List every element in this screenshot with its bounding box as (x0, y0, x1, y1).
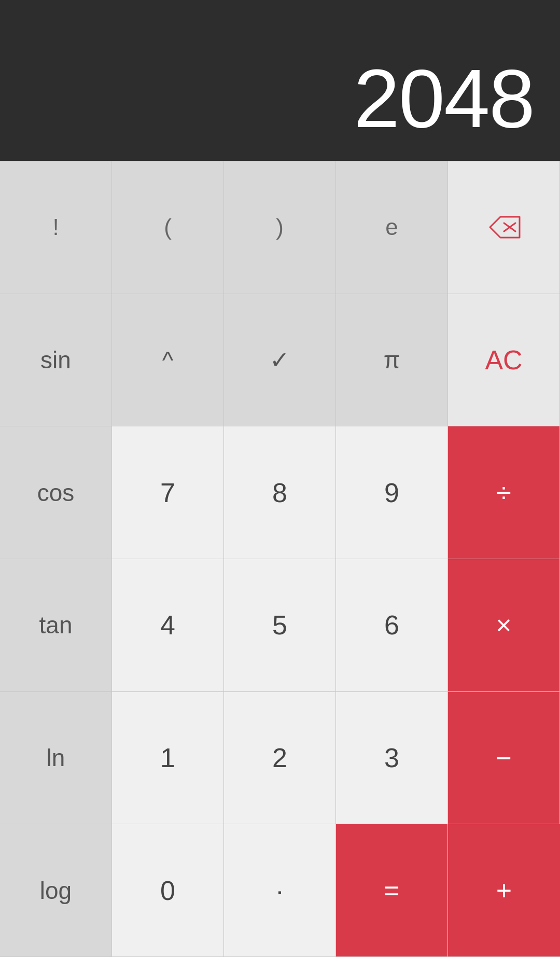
key-5[interactable]: 5 (224, 559, 336, 692)
euler-key[interactable]: e (336, 161, 448, 294)
keypad: ! ( ) e sin ^ ✓ π AC cos 7 8 9 (0, 161, 560, 957)
key-6[interactable]: 6 (336, 559, 448, 692)
divide-key[interactable]: ÷ (448, 426, 560, 559)
euler-label: e (385, 214, 398, 240)
log-label: log (40, 877, 72, 905)
pi-key[interactable]: π (336, 294, 448, 427)
key-9-label: 9 (384, 477, 399, 508)
ac-label: AC (485, 344, 522, 376)
sqrt-label: ✓ (270, 346, 290, 374)
sin-key[interactable]: sin (0, 294, 112, 427)
ac-key[interactable]: AC (448, 294, 560, 427)
open-paren-key[interactable]: ( (112, 161, 224, 294)
equals-label: = (384, 875, 399, 906)
display: 2048 (0, 0, 560, 161)
cos-key[interactable]: cos (0, 426, 112, 559)
key-0[interactable]: 0 (112, 824, 224, 957)
key-6-label: 6 (384, 609, 399, 641)
add-key[interactable]: + (448, 824, 560, 957)
key-9[interactable]: 9 (336, 426, 448, 559)
multiply-key[interactable]: × (448, 559, 560, 692)
backspace-key[interactable] (448, 161, 560, 294)
factorial-key[interactable]: ! (0, 161, 112, 294)
subtract-key[interactable]: − (448, 692, 560, 825)
power-key[interactable]: ^ (112, 294, 224, 427)
close-paren-key[interactable]: ) (224, 161, 336, 294)
tan-key[interactable]: tan (0, 559, 112, 692)
key-3-label: 3 (384, 742, 399, 773)
close-paren-label: ) (276, 214, 284, 240)
key-1-label: 1 (160, 742, 175, 773)
multiply-label: × (496, 609, 511, 641)
open-paren-label: ( (164, 214, 172, 240)
add-label: + (496, 875, 512, 906)
divide-label: ÷ (496, 477, 511, 508)
subtract-label: − (496, 742, 511, 773)
key-7[interactable]: 7 (112, 426, 224, 559)
key-2-label: 2 (272, 742, 287, 773)
key-0-label: 0 (160, 875, 175, 906)
log-key[interactable]: log (0, 824, 112, 957)
key-8-label: 8 (272, 477, 287, 508)
key-7-label: 7 (160, 477, 175, 508)
tan-label: tan (39, 611, 73, 639)
decimal-key[interactable]: · (224, 824, 336, 957)
key-8[interactable]: 8 (224, 426, 336, 559)
decimal-label: · (276, 875, 283, 906)
ln-key[interactable]: ln (0, 692, 112, 825)
key-3[interactable]: 3 (336, 692, 448, 825)
factorial-label: ! (52, 214, 59, 240)
key-4[interactable]: 4 (112, 559, 224, 692)
equals-key[interactable]: = (336, 824, 448, 957)
sqrt-key[interactable]: ✓ (224, 294, 336, 427)
key-5-label: 5 (272, 609, 287, 641)
sin-label: sin (40, 346, 71, 374)
pi-label: π (384, 346, 400, 374)
backspace-icon (486, 214, 522, 240)
display-value: 2048 (354, 57, 534, 140)
power-label: ^ (162, 346, 174, 374)
key-4-label: 4 (160, 609, 175, 641)
cos-label: cos (37, 479, 75, 507)
key-2[interactable]: 2 (224, 692, 336, 825)
ln-label: ln (47, 744, 65, 772)
key-1[interactable]: 1 (112, 692, 224, 825)
